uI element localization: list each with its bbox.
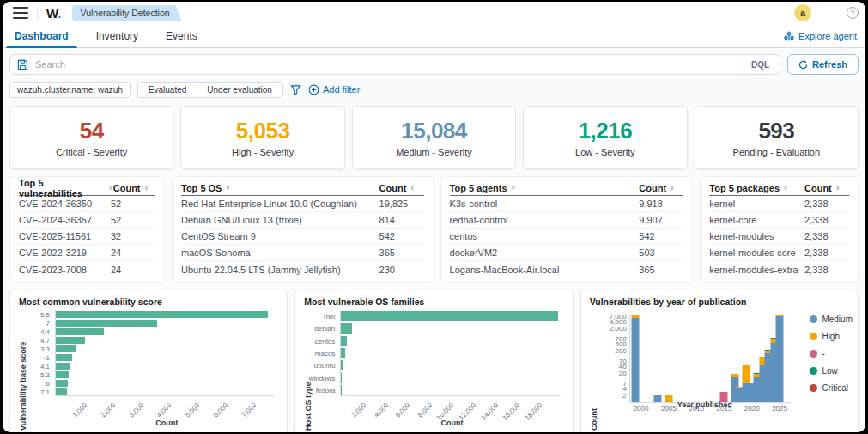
sort-caret-icon[interactable]: ∨ bbox=[410, 184, 415, 192]
table-row: CVE-2023-700824 bbox=[19, 261, 155, 278]
hbar-chart-vulnerability-score: 5.574.44.73.3-14.15.367.11,0002,0003,000… bbox=[27, 310, 278, 431]
stacked-bar-2025 bbox=[776, 313, 784, 402]
sort-caret-icon[interactable]: ∨ bbox=[144, 184, 149, 192]
stat-label: Low - Severity bbox=[575, 147, 635, 157]
x-axis-title: Count bbox=[340, 419, 563, 427]
filter-pill-cluster[interactable]: wazuh.cluster.name: wazuh bbox=[9, 82, 131, 98]
refresh-button[interactable]: Refresh bbox=[787, 54, 859, 75]
filter-pill-under-evaluation[interactable]: Under evaluation bbox=[197, 83, 282, 97]
legend-item--[interactable]: - bbox=[810, 349, 853, 358]
table-row: CentOS Stream 9542 bbox=[181, 229, 424, 245]
tab-events[interactable]: Events bbox=[162, 24, 201, 47]
y-axis-title: Host OS type bbox=[304, 310, 313, 431]
bar-7 bbox=[56, 320, 157, 327]
add-filter-button[interactable]: Add filter bbox=[308, 84, 360, 95]
help-icon[interactable]: ? bbox=[847, 7, 859, 19]
legend-item-Medium[interactable]: Medium bbox=[810, 315, 853, 324]
tab-inventory[interactable]: Inventory bbox=[93, 24, 142, 47]
row-count: 24 bbox=[111, 265, 155, 275]
menu-icon[interactable] bbox=[13, 7, 28, 19]
y-tick-label: 7,000 bbox=[610, 313, 627, 321]
query-language-button[interactable]: DQL bbox=[748, 60, 773, 70]
hbar-chart-os-families: rheldebiancentosmacosubuntuwindowsfedora… bbox=[313, 310, 563, 431]
y-tick-label: 5.5 bbox=[40, 311, 50, 319]
table-row: kernel2,338 bbox=[709, 196, 849, 212]
y-tick-label: 2,000 bbox=[610, 325, 627, 333]
filter-funnel-icon[interactable] bbox=[290, 84, 301, 95]
y-tick-label: 700 bbox=[615, 335, 626, 343]
stat-label: Pending - Evaluation bbox=[733, 147, 821, 157]
legend-dot bbox=[810, 315, 817, 323]
wazuh-logo[interactable]: W. bbox=[46, 6, 62, 21]
row-name: Logans-MacBook-Air.local bbox=[450, 265, 640, 275]
table-row: Red Hat Enterprise Linux 10.0 (Coughlan)… bbox=[181, 196, 424, 212]
x-tick-label: 4,000 bbox=[155, 401, 173, 419]
explore-agent-button[interactable]: Explore agent bbox=[784, 24, 857, 47]
row-count: 9,918 bbox=[639, 199, 683, 209]
row-count: 2,338 bbox=[804, 265, 849, 275]
stat-card-high[interactable]: 5,053 High - Severity bbox=[180, 106, 344, 169]
row-name: Red Hat Enterprise Linux 10.0 (Coughlan) bbox=[181, 199, 379, 209]
sort-caret-icon[interactable]: ∨ bbox=[835, 184, 841, 192]
divider bbox=[37, 6, 38, 20]
x-tick-label: 4,000 bbox=[372, 401, 390, 419]
bar-4.4 bbox=[56, 328, 104, 335]
stat-card-critical[interactable]: 54 Critical - Severity bbox=[9, 106, 173, 169]
row-name: macOS Sonoma bbox=[181, 248, 379, 258]
legend-label: High bbox=[822, 332, 840, 341]
y-tick-label: 200 bbox=[615, 347, 626, 355]
top-bar: W. Vulnerability Detection a ? bbox=[3, 2, 865, 24]
x-tick-label: 6,000 bbox=[394, 401, 412, 419]
row-name: Debian GNU/Linux 13 (trixie) bbox=[181, 215, 379, 225]
legend-dot bbox=[810, 350, 817, 358]
legend-item-Low[interactable]: Low bbox=[810, 366, 853, 376]
bar-5.3 bbox=[56, 371, 69, 378]
stat-value: 15,084 bbox=[401, 118, 467, 144]
stat-card-low[interactable]: 1,216 Low - Severity bbox=[523, 106, 687, 169]
filter-pill-evaluated[interactable]: Evaluated bbox=[138, 83, 197, 97]
severity-stats: 54 Critical - Severity 5,053 High - Seve… bbox=[9, 106, 859, 169]
y-axis-title: Vulnerability base score bbox=[19, 310, 27, 431]
bar-5.5 bbox=[56, 311, 268, 318]
row-count: 503 bbox=[639, 248, 683, 258]
table-row: CVE-2024-3635052 bbox=[19, 196, 155, 212]
table-header[interactable]: Top 5 vulnerabilities∨ Count∨ bbox=[19, 180, 155, 196]
row-name: Ubuntu 22.04.5 LTS (Jammy Jellyfish) bbox=[181, 265, 379, 275]
sort-caret-icon[interactable]: ∨ bbox=[511, 184, 516, 192]
legend-item-Critical[interactable]: Critical bbox=[810, 383, 853, 393]
search-input[interactable] bbox=[35, 59, 741, 70]
table-header[interactable]: Top 5 OS∨ Count∨ bbox=[181, 180, 424, 196]
tab-dashboard[interactable]: Dashboard bbox=[11, 24, 72, 47]
y-tick-label: ubuntu bbox=[314, 362, 335, 370]
stacked-bar-2015 bbox=[720, 313, 728, 402]
sort-caret-icon[interactable]: ∨ bbox=[225, 184, 230, 192]
chart-os-families-panel: Most vulnerable OS families Host OS type… bbox=[294, 290, 573, 432]
legend-dot bbox=[810, 384, 817, 392]
table-header[interactable]: Top 5 agents∨ Count∨ bbox=[450, 180, 684, 196]
legend-item-High[interactable]: High bbox=[810, 332, 853, 341]
x-tick-label: 8,000 bbox=[416, 401, 434, 419]
table-row: kernel-core2,338 bbox=[709, 212, 849, 229]
chart-year-publication-panel: Vulnerabilities by year of publication C… bbox=[580, 290, 859, 432]
row-name: CentOS Stream 9 bbox=[181, 231, 379, 241]
legend-dot bbox=[810, 367, 817, 375]
stat-value: 593 bbox=[758, 118, 794, 144]
table-header[interactable]: Top 5 packages∨ Count∨ bbox=[709, 180, 849, 196]
avatar[interactable]: a bbox=[794, 4, 811, 21]
stat-card-medium[interactable]: 15,084 Medium - Severity bbox=[352, 106, 516, 169]
y-tick-label: macos bbox=[315, 350, 336, 358]
y-tick-label: rhel bbox=[324, 313, 335, 321]
breadcrumb[interactable]: Vulnerability Detection bbox=[72, 5, 182, 21]
row-name: CVE-2023-7008 bbox=[19, 265, 111, 275]
table-row: kernel-modules2,338 bbox=[709, 229, 849, 245]
save-query-icon[interactable] bbox=[17, 59, 28, 70]
row-count: 52 bbox=[111, 199, 155, 209]
sort-caret-icon[interactable]: ∨ bbox=[670, 184, 675, 192]
bar-6 bbox=[56, 380, 68, 387]
sort-caret-icon[interactable]: ∨ bbox=[783, 184, 788, 192]
chart-title: Most common vulnerability score bbox=[19, 296, 278, 307]
plus-circle-icon bbox=[308, 84, 319, 95]
stat-card-pending[interactable]: 593 Pending - Evaluation bbox=[695, 106, 859, 169]
y-tick-label: 7.1 bbox=[40, 388, 50, 396]
y-tick-label: 20 bbox=[619, 370, 627, 377]
